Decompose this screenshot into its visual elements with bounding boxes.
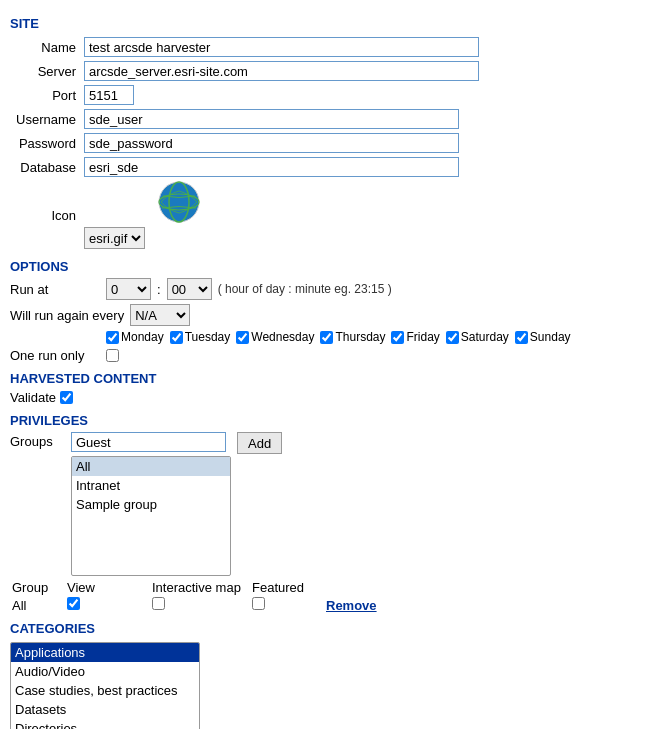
priv-values-container: All Remove xyxy=(10,597,656,613)
day-wednesday: Wednesday xyxy=(236,330,314,344)
priv-val-group: All xyxy=(12,598,67,613)
priv-header-group: Group xyxy=(12,580,67,595)
priv-imap-check xyxy=(152,597,252,613)
name-label: Name xyxy=(10,35,80,59)
priv-header-imap: Interactive map xyxy=(152,580,252,595)
monday-label: Monday xyxy=(121,330,164,344)
name-input[interactable] xyxy=(84,37,479,57)
icon-label: Icon xyxy=(10,179,80,251)
privileges-section-title: PRIVILEGES xyxy=(10,413,656,428)
priv-header-row: Group View Interactive map Featured xyxy=(12,580,656,595)
groups-input[interactable] xyxy=(71,432,226,452)
day-friday: Friday xyxy=(391,330,439,344)
sunday-checkbox[interactable] xyxy=(515,331,528,344)
priv-values-row: All Remove xyxy=(12,597,656,613)
icon-select[interactable]: esri.gif xyxy=(84,227,145,249)
view-checkbox[interactable] xyxy=(67,597,80,610)
main-container: SITE Name Server Port Username xyxy=(0,0,666,729)
day-thursday: Thursday xyxy=(320,330,385,344)
icon-section xyxy=(158,181,479,223)
priv-header-featured: Featured xyxy=(252,580,322,595)
harvested-section-title: HARVESTED CONTENT xyxy=(10,371,656,386)
categories-section: Applications Audio/Video Case studies, b… xyxy=(10,642,656,729)
svg-point-0 xyxy=(159,182,199,222)
repeat-row: Will run again every N/A Every hour Ever… xyxy=(10,304,656,326)
globe-icon xyxy=(158,181,200,223)
imap-checkbox[interactable] xyxy=(152,597,165,610)
server-input[interactable] xyxy=(84,61,479,81)
remove-link[interactable]: Remove xyxy=(326,598,377,613)
monday-checkbox[interactable] xyxy=(106,331,119,344)
username-label: Username xyxy=(10,107,80,131)
friday-label: Friday xyxy=(406,330,439,344)
password-label: Password xyxy=(10,131,80,155)
database-input[interactable] xyxy=(84,157,459,177)
groups-row: Groups All Intranet Sample group Add xyxy=(10,432,656,576)
port-label: Port xyxy=(10,83,80,107)
categories-section-title: CATEGORIES xyxy=(10,621,656,636)
saturday-label: Saturday xyxy=(461,330,509,344)
groups-label: Groups xyxy=(10,434,65,449)
options-section: Run at 01261223 : 00153045 ( hour of day… xyxy=(10,278,656,363)
day-tuesday: Tuesday xyxy=(170,330,231,344)
one-run-checkbox[interactable] xyxy=(106,349,119,362)
port-input[interactable] xyxy=(84,85,134,105)
password-input[interactable] xyxy=(84,133,459,153)
validate-checkbox[interactable] xyxy=(60,391,73,404)
wednesday-label: Wednesday xyxy=(251,330,314,344)
thursday-label: Thursday xyxy=(335,330,385,344)
run-at-label: Run at xyxy=(10,282,100,297)
validate-row: Validate xyxy=(10,390,656,405)
tuesday-label: Tuesday xyxy=(185,330,231,344)
site-section-title: SITE xyxy=(10,16,656,31)
repeat-label: Will run again every xyxy=(10,308,124,323)
username-input[interactable] xyxy=(84,109,459,129)
groups-controls: All Intranet Sample group xyxy=(71,432,231,576)
priv-header-view: View xyxy=(67,580,152,595)
time-hint: ( hour of day : minute eg. 23:15 ) xyxy=(218,282,392,296)
saturday-checkbox[interactable] xyxy=(446,331,459,344)
server-label: Server xyxy=(10,59,80,83)
site-form: Name Server Port Username Password xyxy=(10,35,483,251)
one-run-label: One run only xyxy=(10,348,100,363)
sunday-label: Sunday xyxy=(530,330,571,344)
day-monday: Monday xyxy=(106,330,164,344)
hour-select[interactable]: 01261223 xyxy=(106,278,151,300)
priv-view-check xyxy=(67,597,152,613)
run-at-row: Run at 01261223 : 00153045 ( hour of day… xyxy=(10,278,656,300)
friday-checkbox[interactable] xyxy=(391,331,404,344)
minute-select[interactable]: 00153045 xyxy=(167,278,212,300)
thursday-checkbox[interactable] xyxy=(320,331,333,344)
wednesday-checkbox[interactable] xyxy=(236,331,249,344)
database-label: Database xyxy=(10,155,80,179)
days-row: Monday Tuesday Wednesday Thursday Friday… xyxy=(106,330,656,344)
time-colon: : xyxy=(157,282,161,297)
featured-checkbox[interactable] xyxy=(252,597,265,610)
day-sunday: Sunday xyxy=(515,330,571,344)
tuesday-checkbox[interactable] xyxy=(170,331,183,344)
priv-featured-check xyxy=(252,597,322,613)
one-run-row: One run only xyxy=(10,348,656,363)
groups-list[interactable]: All Intranet Sample group xyxy=(71,456,231,576)
add-button[interactable]: Add xyxy=(237,432,282,454)
validate-label: Validate xyxy=(10,390,56,405)
repeat-select[interactable]: N/A Every hour Every 2 hours Every day xyxy=(130,304,190,326)
options-section-title: OPTIONS xyxy=(10,259,656,274)
day-saturday: Saturday xyxy=(446,330,509,344)
categories-list[interactable]: Applications Audio/Video Case studies, b… xyxy=(10,642,200,729)
priv-header-container: Group View Interactive map Featured xyxy=(10,580,656,595)
